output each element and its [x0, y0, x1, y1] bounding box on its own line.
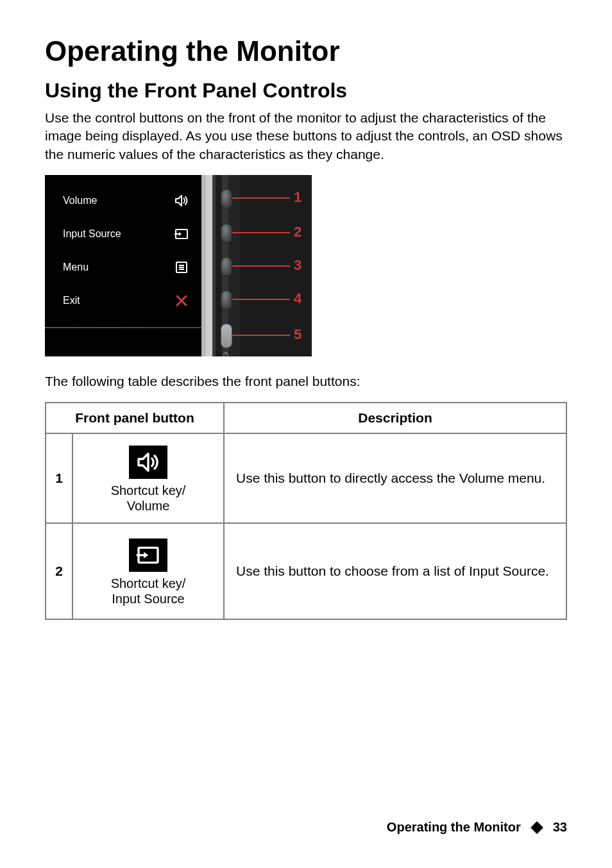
- osd-row-input-source: Input Source: [45, 217, 201, 251]
- page-footer: Operating the Monitor 33: [387, 820, 567, 835]
- button-caption-line1: Shortcut key/: [111, 483, 186, 497]
- volume-icon: [129, 446, 167, 479]
- table-header-button: Front panel button: [46, 403, 224, 433]
- button-caption-line2: Input Source: [112, 592, 184, 606]
- osd-row-menu: Menu: [45, 251, 201, 284]
- table-row: 1 Shortcut key/ Volume Use this button t…: [46, 433, 566, 523]
- input-source-icon: [173, 226, 190, 242]
- menu-icon: [173, 259, 190, 276]
- osd-row-volume: Volume: [45, 184, 201, 217]
- diamond-icon: [531, 821, 543, 834]
- monitor-bezel: 1 2 3 4 5: [201, 175, 312, 356]
- callout-line-1: [232, 197, 290, 199]
- callout-line-4: [232, 299, 290, 300]
- osd-row-exit: Exit: [45, 284, 201, 317]
- row-description: Use this button to choose from a list of…: [224, 523, 566, 619]
- callout-number-3: 3: [294, 257, 302, 274]
- button-caption-line2: Volume: [127, 499, 170, 513]
- osd-row-label: Exit: [63, 295, 80, 306]
- row-button-cell: Shortcut key/ Input Source: [72, 523, 224, 619]
- row-button-cell: Shortcut key/ Volume: [72, 433, 224, 523]
- osd-row-label: Volume: [63, 195, 97, 206]
- osd-row-label: Input Source: [63, 228, 121, 240]
- row-number: 2: [46, 523, 72, 619]
- front-panel-diagram: Volume Input Source Menu Exit: [45, 175, 312, 356]
- page-title: Operating the Monitor: [45, 35, 567, 67]
- physical-button-4: [221, 290, 232, 310]
- table-intro: The following table describes the front …: [45, 372, 567, 390]
- section-heading: Using the Front Panel Controls: [45, 79, 567, 103]
- power-button: [221, 324, 232, 348]
- front-panel-table: Front panel button Description 1 Shortcu…: [45, 402, 567, 620]
- power-icon: [222, 349, 230, 356]
- osd-row-label: Menu: [63, 262, 89, 273]
- button-caption-line1: Shortcut key/: [111, 576, 186, 590]
- callout-line-5: [232, 335, 290, 336]
- footer-section-title: Operating the Monitor: [387, 820, 521, 835]
- table-header-description: Description: [224, 403, 566, 433]
- osd-divider: [45, 327, 201, 328]
- physical-button-3: [221, 257, 232, 276]
- callout-number-1: 1: [294, 189, 302, 206]
- row-description: Use this button to directly access the V…: [224, 433, 566, 523]
- callout-line-2: [232, 232, 290, 233]
- intro-paragraph: Use the control buttons on the front of …: [45, 109, 567, 163]
- callout-line-3: [232, 265, 290, 267]
- callout-number-5: 5: [294, 326, 302, 343]
- callout-number-4: 4: [294, 290, 302, 307]
- volume-icon: [173, 192, 190, 209]
- row-number: 1: [46, 433, 72, 523]
- physical-button-2: [221, 224, 232, 243]
- input-source-icon: [129, 538, 167, 572]
- footer-page-number: 33: [553, 820, 567, 835]
- callout-number-2: 2: [294, 224, 302, 240]
- table-row: 2 Shortcut key/ Input Source Use this bu…: [46, 523, 566, 619]
- physical-button-1: [221, 189, 232, 208]
- exit-icon: [173, 292, 190, 309]
- osd-panel: Volume Input Source Menu Exit: [45, 175, 201, 356]
